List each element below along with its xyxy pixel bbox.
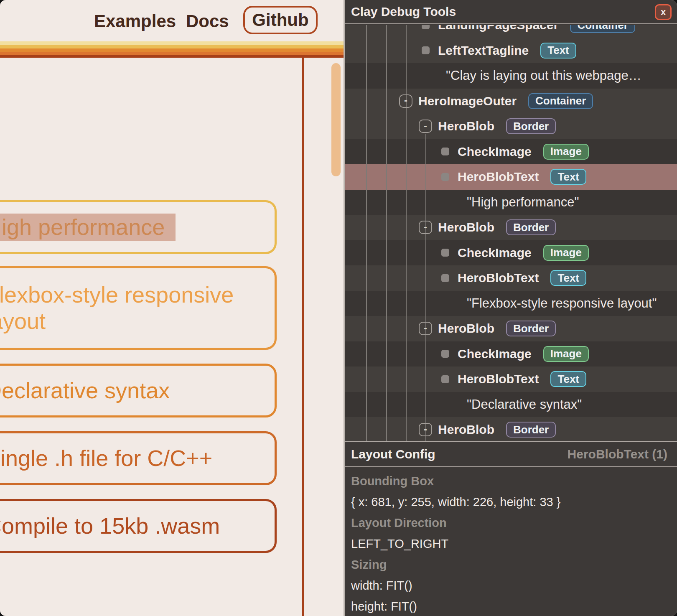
tree-row-CheckImage[interactable]: CheckImageImage	[345, 341, 677, 367]
tree-text-content-row: "Clay is laying out this webpage right n…	[345, 63, 677, 89]
leaf-bullet-icon	[441, 274, 449, 282]
element-name: LandingPageSpacer	[438, 25, 558, 32]
stripe-band	[0, 45, 344, 48]
leaf-bullet-icon	[441, 148, 449, 155]
element-name: CheckImage	[458, 145, 532, 159]
layout-config-body: Bounding Box{ x: 681, y: 255, width: 226…	[351, 474, 673, 616]
element-type-badge: Image	[543, 245, 589, 261]
element-text-content: "Declarative syntax"	[467, 397, 582, 412]
page-section-divider	[302, 58, 304, 616]
leaf-bullet-icon	[422, 25, 430, 29]
element-type-badge: Container	[528, 93, 593, 109]
gradient-stripe	[0, 41, 344, 58]
feature-box-text: Flexbox-style responsive	[0, 282, 275, 308]
leaf-bullet-icon	[422, 46, 430, 54]
tree-row-HeroImageOuter[interactable]: -HeroImageOuterContainer	[345, 89, 677, 114]
tree-row-HeroBlobText[interactable]: HeroBlobTextText	[345, 367, 677, 392]
collapse-icon[interactable]: -	[399, 94, 412, 108]
element-text-content: "High performance"	[467, 195, 579, 210]
clay-debug-panel: Clay Debug Tools x -HeroBlobBorder"Decla…	[344, 0, 677, 616]
element-name: CheckImage	[458, 246, 532, 260]
website-page: Examples Docs Github High performanceFle…	[0, 0, 344, 616]
feature-box: Flexbox-style responsivelayout	[0, 266, 277, 350]
debug-selection-highlight	[0, 214, 176, 241]
element-type-badge: Border	[506, 118, 556, 134]
stripe-band	[0, 48, 344, 52]
element-name: HeroBlobText	[458, 170, 539, 184]
config-label: Layout Direction	[351, 516, 673, 530]
leaf-bullet-icon	[441, 173, 449, 181]
element-type-badge: Text	[550, 169, 586, 185]
tree-row-HeroBlob[interactable]: -HeroBlobBorder	[345, 215, 677, 240]
tree-row-LandingPageSpacer[interactable]: LandingPageSpacerContainer	[345, 25, 677, 38]
leaf-bullet-icon	[441, 375, 449, 383]
element-text-content: "Clay is laying out this webpage right n…	[446, 68, 642, 83]
element-type-badge: Border	[506, 422, 556, 438]
page-scrollbar-thumb[interactable]	[331, 63, 341, 176]
element-name: HeroBlobText	[458, 271, 539, 285]
leaf-bullet-icon	[441, 249, 449, 257]
nav-link-docs[interactable]: Docs	[186, 11, 229, 31]
tree-row-HeroBlob[interactable]: -HeroBlobBorder	[345, 316, 677, 341]
close-icon: x	[661, 8, 666, 17]
separator	[345, 466, 677, 467]
stripe-band	[0, 41, 344, 45]
element-name: LeftTextTagline	[438, 43, 529, 58]
element-type-badge: Image	[543, 346, 589, 362]
feature-box: Compile to 15kb .wasm	[0, 499, 277, 553]
element-tree: -HeroBlobBorder"Declarative syntax"HeroB…	[345, 25, 677, 441]
tree-row-LeftTextTagline[interactable]: LeftTextTaglineText	[345, 38, 677, 64]
element-type-badge: Border	[506, 219, 556, 235]
feature-box: Declarative syntax	[0, 364, 277, 417]
config-label: Bounding Box	[351, 474, 673, 488]
feature-box: Single .h file for C/C++	[0, 431, 277, 485]
tree-text-content-row: "High performance"	[345, 190, 677, 215]
collapse-icon[interactable]: -	[419, 221, 432, 234]
tree-row-CheckImage[interactable]: CheckImageImage	[345, 139, 677, 165]
tree-text-content-row: "Declarative syntax"	[345, 392, 677, 417]
config-value: width: FIT()	[351, 578, 673, 593]
collapse-icon[interactable]: -	[419, 423, 432, 436]
element-name: CheckImage	[458, 347, 532, 361]
debug-panel-title: Clay Debug Tools	[351, 5, 456, 19]
tree-text-content-row: "Flexbox-style responsive layout"	[345, 291, 677, 316]
tree-row-HeroBlobText[interactable]: HeroBlobTextText	[345, 265, 677, 291]
element-text-content: "Flexbox-style responsive layout"	[467, 296, 657, 311]
feature-box-text: Single .h file for C/C++	[0, 445, 275, 471]
element-type-badge: Text	[550, 270, 586, 286]
element-type-badge: Text	[540, 43, 576, 59]
element-type-badge: Container	[570, 25, 635, 33]
github-button-label: Github	[252, 10, 308, 30]
element-name: HeroBlob	[438, 119, 494, 133]
leaf-bullet-icon	[441, 350, 449, 358]
config-value: { x: 681, y: 255, width: 226, height: 33…	[351, 495, 673, 509]
element-name: HeroImageOuter	[418, 94, 517, 108]
tree-row-HeroBlob[interactable]: -HeroBlobBorder	[345, 114, 677, 139]
element-type-badge: Text	[550, 371, 586, 387]
debug-panel-header: Clay Debug Tools	[345, 0, 677, 24]
config-value: LEFT_TO_RIGHT	[351, 537, 673, 551]
layout-config-title: Layout Config	[351, 447, 435, 461]
element-name: HeroBlobText	[458, 372, 539, 386]
layout-config-header: Layout Config HeroBlobText (1)	[345, 442, 677, 466]
nav-link-examples[interactable]: Examples	[94, 11, 176, 31]
stripe-band	[0, 55, 344, 58]
selected-element-label: HeroBlobText (1)	[568, 447, 667, 461]
element-name: HeroBlob	[438, 220, 494, 234]
app-window: Examples Docs Github High performanceFle…	[0, 0, 677, 616]
feature-box-text: layout	[0, 308, 275, 334]
tree-row-HeroBlobText[interactable]: HeroBlobTextText	[345, 164, 677, 190]
element-type-badge: Border	[506, 321, 556, 336]
feature-box-text: Declarative syntax	[0, 377, 275, 404]
github-button[interactable]: Github	[243, 6, 318, 34]
config-value: height: FIT()	[351, 599, 673, 613]
tree-row-CheckImage[interactable]: CheckImageImage	[345, 240, 677, 266]
config-label: Sizing	[351, 557, 673, 572]
collapse-icon[interactable]: -	[419, 120, 432, 133]
tree-row-HeroBlob[interactable]: -HeroBlobBorder	[345, 417, 677, 441]
element-name: HeroBlob	[438, 321, 494, 336]
element-name: HeroBlob	[438, 423, 494, 437]
close-button[interactable]: x	[655, 4, 672, 20]
collapse-icon[interactable]: -	[419, 322, 432, 335]
feature-box-text: Compile to 15kb .wasm	[0, 513, 275, 539]
